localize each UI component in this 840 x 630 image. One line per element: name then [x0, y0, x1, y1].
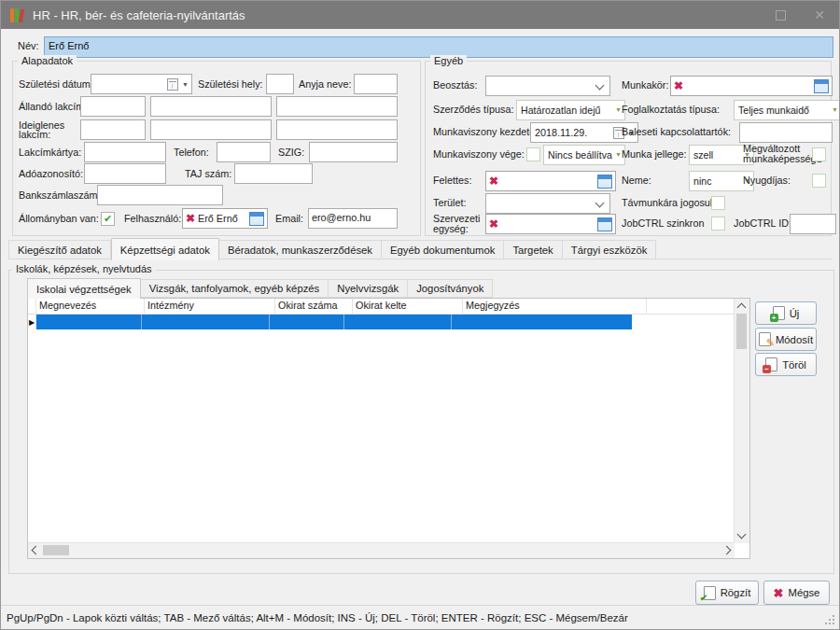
megse-button-label: Mégse	[788, 587, 819, 598]
telefon-label: Telefon:	[174, 147, 215, 158]
beosztas-select[interactable]	[485, 76, 610, 96]
grid-cell[interactable]	[36, 315, 142, 329]
bankszamlaszam-input[interactable]	[97, 185, 223, 205]
tab-targetek[interactable]: Targetek	[504, 240, 562, 259]
szervezeti-egyseg-lookup[interactable]: ✖	[485, 214, 616, 234]
szerzodes-tipusa-label: Szerződés típusa:	[433, 104, 513, 115]
grid-cell[interactable]	[344, 315, 452, 329]
dropdown-arrow-icon: ▼	[615, 106, 622, 113]
grid-cell[interactable]	[270, 315, 344, 329]
allando-lakcim-input-2[interactable]	[150, 96, 272, 117]
clear-icon[interactable]: ✖	[674, 80, 683, 91]
jobctrl-szinkron-checkbox[interactable]	[711, 217, 725, 231]
resize-grip-icon[interactable]	[833, 623, 834, 624]
column-header-okirat-kelte[interactable]: Okirat kelte	[353, 299, 463, 314]
column-header-okirat-szama[interactable]: Okirat száma	[275, 299, 353, 314]
subtab-iskolai-vegzettsegek[interactable]: Iskolai végzettségek	[27, 278, 141, 299]
clear-icon[interactable]: ✖	[489, 218, 498, 230]
vertical-scroll-thumb[interactable]	[736, 314, 747, 349]
tab-kepzettsegi-adatok[interactable]: Képzettségi adatok	[111, 238, 219, 260]
lookup-window-icon[interactable]	[814, 79, 829, 93]
foglalkoztatas-tipusa-select[interactable]: Teljes munkaidő ▼	[734, 100, 840, 120]
email-input[interactable]: ero@erno.hu	[308, 208, 398, 229]
clear-icon[interactable]: ✖	[186, 213, 195, 224]
allando-lakcim-input-3[interactable]	[276, 96, 398, 117]
dropdown-arrow-icon: ▼	[832, 106, 838, 113]
baleseti-kapcsolattartok-input[interactable]	[739, 122, 833, 143]
chevron-down-icon	[595, 81, 605, 91]
tab-beradatok-munkaszerzodesek[interactable]: Béradatok, munkaszerződések	[219, 240, 382, 259]
alapadatok-group-title: Alapadatok	[18, 55, 77, 66]
szig-input[interactable]	[309, 142, 398, 162]
grid-cell[interactable]	[142, 315, 270, 329]
horizontal-scroll-thumb[interactable]	[43, 545, 69, 555]
jobctrl-id-input[interactable]	[790, 214, 836, 234]
iskolai-vegzettsegek-grid[interactable]: Megnevezés Intézmény Okirat száma Okirat…	[27, 298, 750, 559]
felhasznalo-lookup[interactable]: ✖ Erő Ernő	[182, 208, 268, 229]
lakcimkartya-input[interactable]	[84, 142, 166, 162]
adoazonosito-label: Adóazonosító:	[19, 168, 84, 179]
ideiglenes-lakcim-input-2[interactable]	[150, 119, 272, 140]
rogzit-button[interactable]: ✔ Rögzít	[695, 581, 759, 605]
szuletesi-hely-input[interactable]	[266, 74, 294, 94]
munkakor-label: Munkakör:	[622, 79, 668, 91]
grid-cell[interactable]	[452, 315, 632, 329]
horizontal-scrollbar[interactable]	[28, 542, 735, 558]
tavmunkara-jogosult-checkbox[interactable]	[711, 196, 725, 210]
subtab-jogositvanyok[interactable]: Jogosítványok	[408, 279, 493, 298]
lookup-window-icon[interactable]	[597, 217, 612, 231]
tab-egyeb-dokumentumok[interactable]: Egyéb dokumentumok	[382, 240, 504, 259]
allando-lakcim-input-1[interactable]	[80, 96, 146, 117]
maximize-button[interactable]	[761, 1, 800, 29]
scroll-down-icon[interactable]	[737, 530, 747, 539]
nyugdijas-checkbox[interactable]	[812, 174, 826, 188]
subtab-vizsgak-tanfolyamok[interactable]: Vizsgák, tanfolyamok, egyéb képzés	[141, 279, 329, 298]
close-icon: ✕	[814, 8, 825, 21]
dropdown-arrow-icon: ▼	[615, 151, 622, 158]
adoazonosito-input[interactable]	[84, 163, 166, 184]
tab-targyi-eszkozok[interactable]: Tárgyi eszközök	[563, 240, 657, 259]
munkaviszony-vege-select[interactable]: Nincs beállítva ▼	[543, 145, 625, 165]
dropdown-arrow-icon[interactable]: ▼	[182, 81, 189, 88]
lookup-window-icon[interactable]	[249, 212, 264, 226]
lookup-window-icon[interactable]	[597, 175, 612, 189]
scroll-right-icon[interactable]	[722, 546, 732, 555]
tab-kiegeszito-adatok[interactable]: Kiegészítő adatok	[8, 240, 111, 259]
modosit-button[interactable]: ✎ Módosít	[755, 328, 817, 351]
column-header-intezmeny[interactable]: Intézmény	[145, 299, 275, 314]
titlebar[interactable]: HR - HR, bér- és cafeteria-nyilvántartás…	[1, 1, 839, 29]
munkakor-lookup[interactable]: ✖	[670, 76, 833, 96]
szerzodes-tipusa-select[interactable]: Határozatlan idejű ▼	[516, 100, 625, 120]
anyja-neve-input[interactable]	[354, 74, 398, 94]
megvaltozott-munkakepessegu-label: Megváltozott munkaképességű	[743, 144, 818, 163]
ideiglenes-lakcim-label: Ideiglenes lakcím:	[19, 120, 80, 140]
close-button[interactable]: ✕	[800, 1, 839, 29]
felettes-lookup[interactable]: ✖	[485, 171, 616, 191]
grid-selected-row[interactable]: ▶	[28, 315, 734, 329]
taj-szam-input[interactable]	[234, 163, 313, 184]
baleseti-kapcsolattartok-label: Baleseti kapcsolattartók:	[622, 126, 731, 137]
maximize-icon	[776, 10, 786, 21]
column-header-megjegyzes[interactable]: Megjegyzés	[463, 299, 647, 314]
vertical-scrollbar[interactable]	[734, 299, 749, 543]
uj-button[interactable]: + Új	[755, 301, 817, 325]
szuletesi-datum-input[interactable]: ▼	[91, 74, 192, 94]
column-header-megnevezes[interactable]: Megnevezés	[36, 299, 145, 314]
allomanyban-van-checkbox[interactable]: ✔	[101, 212, 115, 226]
megse-button[interactable]: ✖ Mégse	[763, 581, 830, 605]
lakcimkartya-label: Lakcímkártya:	[19, 147, 84, 158]
scroll-left-icon[interactable]	[32, 546, 41, 555]
megvaltozott-munkakepessegu-checkbox[interactable]	[812, 147, 826, 161]
terulet-select[interactable]	[485, 193, 610, 214]
clear-icon[interactable]: ✖	[489, 175, 498, 187]
anyja-neve-label: Anyja neve:	[299, 78, 349, 90]
subtab-nyelvvizsgak[interactable]: Nyelvvizsgák	[329, 279, 408, 298]
telefon-input[interactable]	[217, 142, 271, 162]
scroll-up-icon[interactable]	[737, 303, 747, 313]
status-bar: PgUp/PgDn - Lapok közti váltás; TAB - Me…	[1, 605, 839, 629]
ideiglenes-lakcim-input-3[interactable]	[276, 119, 398, 140]
ideiglenes-lakcim-input-1[interactable]	[80, 119, 146, 140]
munkaviszony-vege-checkbox[interactable]	[526, 147, 540, 161]
torol-button[interactable]: − Töröl	[755, 353, 817, 376]
grid-indicator-header	[28, 299, 36, 314]
